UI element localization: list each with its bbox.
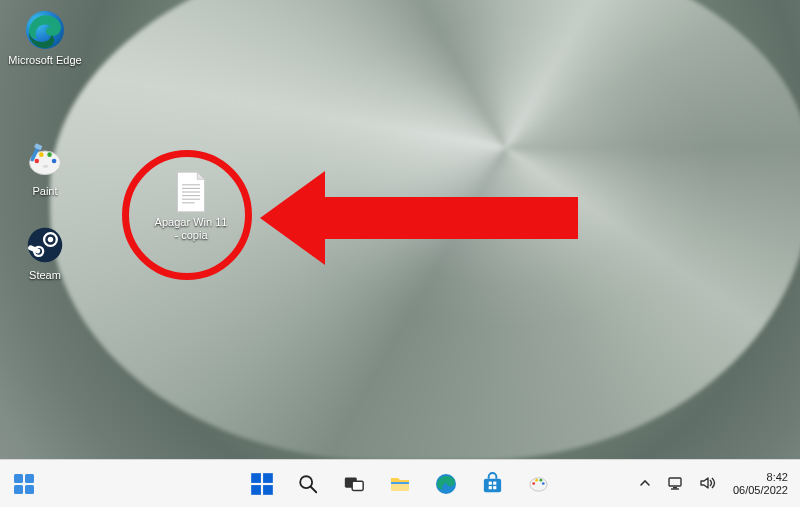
svg-point-2 <box>35 158 40 163</box>
volume-button[interactable] <box>697 473 719 495</box>
widgets-icon <box>12 472 36 496</box>
desktop-icon-edge[interactable]: Microsoft Edge <box>6 6 84 69</box>
desktop-icon-grid: Microsoft Edge Paint <box>6 6 84 284</box>
task-view-button[interactable] <box>334 464 374 504</box>
microsoft-store-button[interactable] <box>472 464 512 504</box>
file-explorer-icon <box>388 472 412 496</box>
svg-rect-27 <box>263 485 273 495</box>
svg-point-10 <box>48 237 53 242</box>
chevron-up-icon <box>639 477 651 489</box>
desktop-icon-steam[interactable]: Steam <box>6 221 84 284</box>
annotation-circle <box>122 150 252 280</box>
svg-rect-20 <box>14 474 23 483</box>
svg-rect-38 <box>488 486 491 489</box>
network-button[interactable] <box>665 473 687 495</box>
svg-rect-39 <box>493 486 496 489</box>
svg-line-29 <box>311 486 317 492</box>
svg-marker-19 <box>260 171 578 265</box>
svg-rect-33 <box>391 482 409 484</box>
edge-icon <box>23 8 67 52</box>
paint-button[interactable] <box>518 464 558 504</box>
widgets-button[interactable] <box>8 468 40 500</box>
edge-icon <box>434 472 458 496</box>
search-icon <box>297 473 319 495</box>
annotation-arrow <box>260 163 580 273</box>
search-button[interactable] <box>288 464 328 504</box>
svg-rect-37 <box>493 482 496 485</box>
desktop-icon-label: Paint <box>32 185 57 198</box>
svg-rect-45 <box>669 478 681 486</box>
desktop-icon-label: Microsoft Edge <box>8 54 81 67</box>
task-view-icon <box>343 473 365 495</box>
svg-point-44 <box>541 482 544 485</box>
volume-icon <box>699 475 717 491</box>
store-icon <box>481 472 504 495</box>
svg-rect-26 <box>251 485 261 495</box>
svg-point-41 <box>532 482 535 485</box>
svg-rect-24 <box>251 473 261 483</box>
svg-rect-25 <box>263 473 273 483</box>
svg-rect-23 <box>25 485 34 494</box>
clock-button[interactable]: 8:42 06/05/2022 <box>729 469 792 498</box>
svg-point-3 <box>39 152 44 157</box>
paint-icon <box>23 139 67 183</box>
steam-icon <box>23 223 67 267</box>
start-button[interactable] <box>242 464 282 504</box>
edge-button[interactable] <box>426 464 466 504</box>
windows-logo-icon <box>249 471 275 497</box>
svg-point-43 <box>539 479 542 482</box>
desktop-icon-label: Steam <box>29 269 61 282</box>
svg-rect-21 <box>25 474 34 483</box>
svg-rect-22 <box>14 485 23 494</box>
system-tray: 8:42 06/05/2022 <box>635 469 792 498</box>
paint-icon <box>527 472 550 495</box>
svg-point-40 <box>529 478 546 491</box>
tray-date: 06/05/2022 <box>733 484 788 497</box>
svg-rect-31 <box>352 481 363 490</box>
svg-point-4 <box>47 152 52 157</box>
svg-rect-46 <box>673 487 677 489</box>
svg-point-5 <box>52 158 57 163</box>
svg-rect-36 <box>488 482 491 485</box>
taskbar-center <box>242 464 558 504</box>
tray-overflow-button[interactable] <box>635 473 655 495</box>
svg-rect-35 <box>483 479 500 492</box>
taskbar: 8:42 06/05/2022 <box>0 459 800 507</box>
tray-time: 8:42 <box>733 471 788 484</box>
network-icon <box>667 475 685 491</box>
svg-point-8 <box>28 228 63 263</box>
file-explorer-button[interactable] <box>380 464 420 504</box>
desktop-icon-paint[interactable]: Paint <box>6 137 84 200</box>
svg-point-42 <box>535 479 538 482</box>
